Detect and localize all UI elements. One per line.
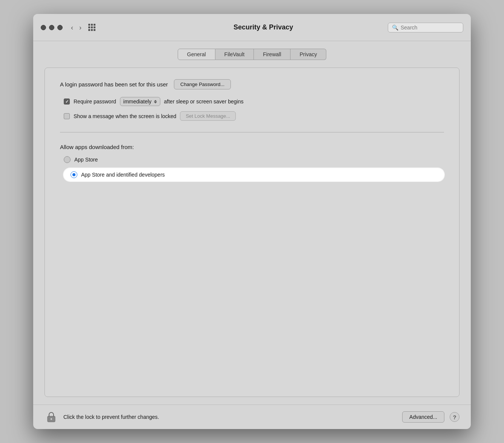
- set-lock-message-button[interactable]: Set Lock Message...: [180, 111, 236, 121]
- general-panel: A login password has been set for this u…: [45, 68, 459, 397]
- password-row: A login password has been set for this u…: [60, 79, 444, 89]
- section-divider: [60, 132, 444, 132]
- maximize-button[interactable]: [57, 25, 63, 30]
- tab-bar: General FileVault Firewall Privacy: [45, 49, 459, 60]
- advanced-button[interactable]: Advanced...: [402, 411, 444, 423]
- close-button[interactable]: [41, 25, 46, 30]
- require-password-label: Require password: [74, 98, 116, 105]
- lock-text: Click the lock to prevent further change…: [63, 414, 397, 420]
- grid-icon[interactable]: [88, 24, 96, 31]
- password-label: A login password has been set for this u…: [60, 81, 168, 88]
- titlebar: ‹ › Security & Privacy 🔍: [33, 14, 471, 41]
- immediately-dropdown[interactable]: immediately: [120, 97, 160, 106]
- checkbox-group: Require password immediately after sleep…: [64, 97, 444, 121]
- help-button[interactable]: ?: [450, 412, 459, 422]
- dropdown-arrow-icon: [154, 100, 157, 103]
- app-store-identified-label: App Store and identified developers: [81, 172, 165, 178]
- forward-button[interactable]: ›: [77, 23, 84, 32]
- traffic-lights: [41, 25, 63, 30]
- main-window: ‹ › Security & Privacy 🔍 General FileVau…: [33, 14, 471, 429]
- change-password-button[interactable]: Change Password...: [174, 79, 231, 89]
- immediately-value: immediately: [123, 98, 152, 105]
- minimize-button[interactable]: [49, 25, 54, 30]
- app-store-identified-radio-row: App Store and identified developers: [64, 168, 444, 181]
- require-password-checkbox[interactable]: [64, 98, 70, 105]
- after-sleep-label: after sleep or screen saver begins: [164, 98, 244, 105]
- allow-apps-section: Allow apps downloaded from: App Store Ap…: [60, 144, 444, 181]
- back-button[interactable]: ‹: [69, 23, 75, 32]
- tab-general[interactable]: General: [178, 49, 215, 60]
- show-message-row: Show a message when the screen is locked…: [64, 111, 444, 121]
- app-store-radio[interactable]: [64, 156, 71, 163]
- allow-apps-label: Allow apps downloaded from:: [60, 144, 444, 150]
- tab-filevault[interactable]: FileVault: [215, 49, 254, 60]
- search-box[interactable]: 🔍: [388, 23, 463, 32]
- require-password-row: Require password immediately after sleep…: [64, 97, 444, 106]
- search-icon: 🔍: [392, 25, 398, 31]
- bottom-bar: Click the lock to prevent further change…: [33, 405, 471, 429]
- show-message-label: Show a message when the screen is locked: [74, 113, 176, 119]
- lock-icon[interactable]: [45, 410, 58, 424]
- nav-buttons: ‹ ›: [69, 23, 84, 32]
- radio-group: App Store App Store and identified devel…: [64, 156, 444, 181]
- search-input[interactable]: [401, 25, 459, 31]
- tab-privacy[interactable]: Privacy: [290, 49, 326, 60]
- show-message-checkbox[interactable]: [64, 113, 70, 119]
- window-title: Security & Privacy: [101, 23, 426, 31]
- app-store-radio-row: App Store: [64, 156, 444, 163]
- app-store-identified-radio[interactable]: [71, 171, 77, 178]
- app-store-label: App Store: [74, 157, 98, 163]
- svg-rect-1: [51, 418, 52, 420]
- tab-firewall[interactable]: Firewall: [254, 49, 290, 60]
- content-area: General FileVault Firewall Privacy A log…: [33, 41, 471, 405]
